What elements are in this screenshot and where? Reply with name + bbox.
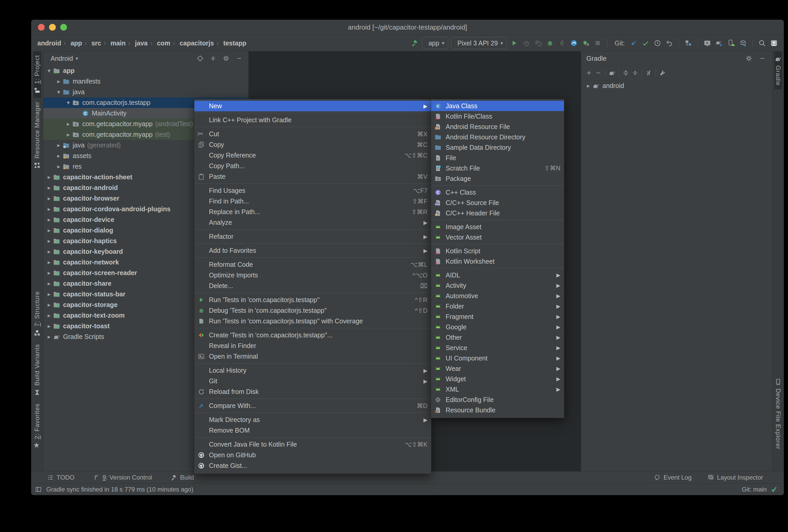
check-button[interactable] — [641, 38, 650, 48]
context-menu-item-find-in-path[interactable]: Find in Path...⇧⌘F — [194, 196, 431, 206]
stop-button[interactable] — [593, 38, 603, 48]
context-menu-item-open-in-terminal[interactable]: Open in Terminal — [194, 351, 431, 362]
collapse-all-button[interactable] — [209, 54, 218, 63]
tree-expand-arrow[interactable]: ▸ — [45, 206, 53, 213]
new-submenu-item-activity[interactable]: Activity▶ — [431, 280, 564, 291]
run-configuration-select[interactable]: app▾ — [422, 37, 449, 49]
gear-button[interactable] — [221, 54, 231, 63]
tool-window-tab-gradle[interactable]: Gradle — [774, 52, 782, 89]
tree-expand-arrow[interactable]: ▸ — [55, 142, 62, 149]
new-submenu-item-automotive[interactable]: Automotive▶ — [431, 291, 564, 301]
search-button[interactable] — [757, 38, 767, 48]
context-menu-item-analyze[interactable]: Analyze▶ — [194, 217, 431, 228]
new-submenu-item-vector-asset[interactable]: Vector Asset — [431, 232, 564, 242]
toolwindow-button-build[interactable]: Build — [170, 474, 194, 481]
gradle-tree-item-android[interactable]: ▸android — [581, 80, 772, 91]
context-menu-item-link-c-project-with-gradle[interactable]: Link C++ Project with Gradle — [194, 115, 431, 125]
new-submenu-item-ui-component[interactable]: UI Component▶ — [431, 353, 564, 363]
new-submenu-item-wear[interactable]: Wear▶ — [431, 363, 564, 374]
context-menu-item-reload-from-disk[interactable]: Reload from Disk — [194, 387, 431, 397]
new-submenu-item-kotlin-script[interactable]: Kotlin Script — [431, 246, 564, 256]
context-menu-item-mark-directory-as[interactable]: Mark Directory as▶ — [194, 414, 431, 425]
tool-window-tab-1-project[interactable]: 1: Project — [33, 52, 41, 98]
locate-button[interactable] — [195, 54, 205, 63]
context-menu-item-create-gist[interactable]: Create Gist... — [194, 460, 431, 471]
context-menu-item-debug-tests-in-com-capacitorjs-testapp[interactable]: Debug 'Tests in 'com.capacitorjs.testapp… — [194, 305, 431, 316]
tree-expand-arrow[interactable]: ▾ — [55, 89, 62, 96]
context-menu-item-paste[interactable]: Paste⌘V — [194, 171, 431, 182]
context-menu-item-find-usages[interactable]: Find Usages⌥F7 — [194, 185, 431, 196]
arrow-dl-button[interactable] — [629, 38, 638, 48]
clock-button[interactable] — [653, 38, 662, 48]
new-submenu-item-widget[interactable]: Widget▶ — [431, 374, 564, 384]
offline-button[interactable] — [644, 68, 653, 78]
new-submenu-item-sample-data-directory[interactable]: Sample Data Directory — [431, 142, 564, 153]
collapse-all-button[interactable] — [630, 68, 640, 78]
context-menu-item-add-to-favorites[interactable]: Add to Favorites▶ — [194, 245, 431, 256]
minimize-window-button[interactable] — [49, 24, 56, 31]
tree-expand-arrow[interactable]: ▸ — [585, 82, 592, 89]
tree-expand-arrow[interactable]: ▸ — [55, 153, 62, 159]
tree-expand-arrow[interactable]: ▸ — [65, 121, 72, 127]
tree-expand-arrow[interactable]: ▸ — [45, 216, 53, 223]
tree-expand-arrow[interactable]: ▸ — [45, 227, 53, 234]
tree-expand-arrow[interactable]: ▸ — [45, 270, 53, 276]
context-menu-item-replace-in-path[interactable]: Replace in Path...⇧⌘R — [194, 206, 431, 217]
context-menu-item-copy[interactable]: Copy⌘C — [194, 139, 431, 150]
elephant-sync-button[interactable] — [714, 38, 724, 48]
context-menu-item-convert-java-file-to-kotlin-file[interactable]: Convert Java File to Kotlin File⌥⇧⌘K — [194, 439, 431, 450]
context-menu-item-open-on-github[interactable]: Open on GitHub — [194, 450, 431, 460]
tree-item-manifests[interactable]: ▸manifests — [43, 76, 249, 87]
wrench-button[interactable] — [658, 68, 667, 78]
debug-button[interactable] — [545, 38, 555, 48]
tree-expand-arrow[interactable]: ▸ — [45, 174, 53, 181]
tree-expand-arrow[interactable]: ▸ — [45, 323, 53, 330]
context-menu-item-delete[interactable]: Delete...⌧ — [194, 280, 431, 291]
toolwindow-button-event-log[interactable]: Event Log — [653, 474, 691, 481]
breadcrumb-item-com[interactable]: com — [155, 39, 170, 47]
tree-item-app[interactable]: ▾app — [43, 65, 249, 76]
context-menu-item-git[interactable]: Git▶ — [194, 376, 431, 387]
tree-item-java[interactable]: ▾java — [43, 87, 249, 97]
context-menu-item-optimize-imports[interactable]: Optimize Imports^⌥O — [194, 270, 431, 280]
new-submenu-item-android-resource-file[interactable]: Android Resource File — [431, 121, 564, 132]
tool-window-tab-7-structure[interactable]: 7: Structure — [33, 288, 41, 340]
tree-expand-arrow[interactable]: ▸ — [55, 78, 62, 85]
new-submenu-item-c-c-header-file[interactable]: HC/C++ Header File — [431, 208, 564, 218]
breadcrumb-item-testapp[interactable]: testapp — [221, 39, 246, 47]
toolwindow-button-9-version-control[interactable]: 9: Version Control — [93, 474, 152, 481]
new-submenu-item-fragment[interactable]: Fragment▶ — [431, 311, 564, 322]
tree-expand-arrow[interactable]: ▸ — [45, 259, 53, 266]
context-menu-item-local-history[interactable]: Local History▶ — [194, 365, 431, 376]
new-submenu-item-c-c-source-file[interactable]: C++C/C++ Source File — [431, 197, 564, 208]
hammer-green-button[interactable] — [410, 38, 419, 48]
box-down-button[interactable] — [738, 38, 748, 48]
bug-arrow-button[interactable] — [581, 38, 590, 48]
minus-button[interactable]: − — [594, 68, 603, 78]
context-menu-item-reformat-code[interactable]: Reformat Code⌥⌘L — [194, 259, 431, 270]
new-submenu-item-scratch-file[interactable]: Scratch File⇧⌘N — [431, 163, 564, 173]
attach-button[interactable] — [557, 38, 567, 48]
context-menu-item-create-tests-in-com-capacitorjs-testapp[interactable]: Create 'Tests in 'com.capacitorjs.testap… — [194, 330, 431, 340]
avatar-button[interactable] — [769, 38, 779, 48]
new-submenu-item-google[interactable]: Google▶ — [431, 322, 564, 332]
gear-button[interactable] — [744, 54, 753, 63]
tree-expand-arrow[interactable]: ▸ — [45, 248, 53, 255]
git-branch-label[interactable]: Git: main — [742, 486, 767, 493]
minus-button[interactable]: − — [757, 54, 767, 63]
breadcrumb-item-java[interactable]: java — [133, 39, 148, 47]
context-menu-item-run-tests-in-com-capacitorjs-testapp[interactable]: Run 'Tests in 'com.capacitorjs.testapp''… — [194, 295, 431, 305]
tree-expand-arrow[interactable]: ▸ — [45, 291, 53, 298]
close-window-button[interactable] — [38, 24, 45, 31]
context-menu-item-remove-bom[interactable]: Remove BOM — [194, 425, 431, 436]
structure-icon-button[interactable] — [684, 38, 693, 48]
new-submenu-item-xml[interactable]: XML▶ — [431, 384, 564, 394]
new-submenu-item-aidl[interactable]: AIDL▶ — [431, 270, 564, 280]
new-submenu-item-package[interactable]: Package — [431, 173, 564, 184]
new-submenu-item-java-class[interactable]: CJava Class — [431, 101, 564, 111]
tool-window-tab-2-favorites[interactable]: 2: Favorites★ — [33, 400, 41, 453]
breadcrumb-item-main[interactable]: main — [109, 39, 125, 47]
undo-button[interactable] — [665, 38, 674, 48]
toolwindow-button-todo[interactable]: TODO — [47, 474, 75, 481]
tree-expand-arrow[interactable]: ▸ — [45, 280, 53, 287]
